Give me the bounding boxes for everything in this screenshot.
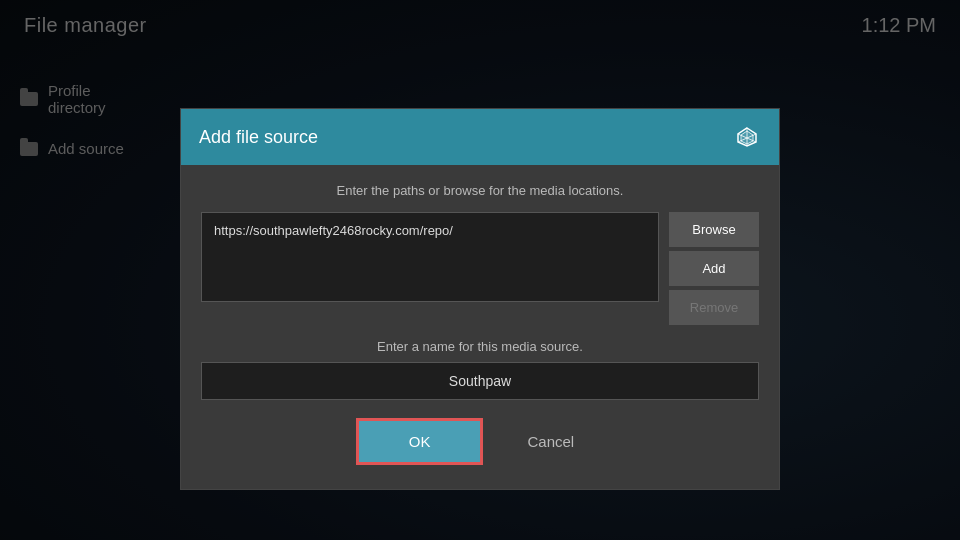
source-url-input[interactable] bbox=[201, 212, 659, 302]
cancel-button[interactable]: Cancel bbox=[497, 418, 604, 465]
remove-button[interactable]: Remove bbox=[669, 290, 759, 325]
instruction-name: Enter a name for this media source. bbox=[201, 339, 759, 354]
dialog-body: Enter the paths or browse for the media … bbox=[181, 165, 779, 489]
source-name-input[interactable] bbox=[201, 362, 759, 400]
dialog-title: Add file source bbox=[199, 127, 318, 148]
ok-button[interactable]: OK bbox=[356, 418, 484, 465]
add-button[interactable]: Add bbox=[669, 251, 759, 286]
source-action-buttons: Browse Add Remove bbox=[669, 212, 759, 325]
kodi-icon bbox=[733, 123, 761, 151]
source-textarea-wrap bbox=[201, 212, 659, 306]
instruction-top: Enter the paths or browse for the media … bbox=[201, 183, 759, 198]
source-row: Browse Add Remove bbox=[201, 212, 759, 325]
dialog-header: Add file source bbox=[181, 109, 779, 165]
browse-button[interactable]: Browse bbox=[669, 212, 759, 247]
add-file-source-dialog: Add file source Enter the paths or brows… bbox=[180, 108, 780, 490]
dialog-footer: OK Cancel bbox=[201, 418, 759, 469]
kodi-logo-icon bbox=[736, 126, 758, 148]
